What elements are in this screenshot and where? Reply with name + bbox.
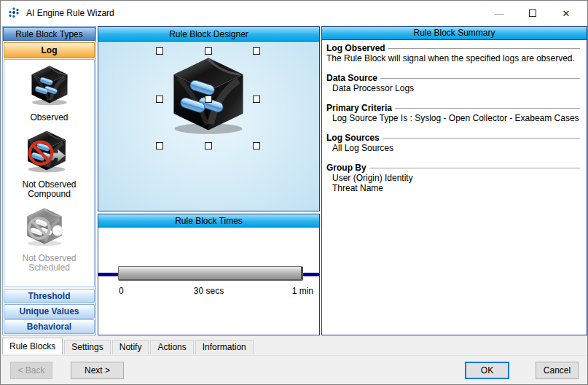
summary-section-primary-criteria: Primary Criteria Log Source Type Is : Sy…	[326, 103, 581, 123]
list-item-not-observed-compound[interactable]: Not Observed Compound	[22, 128, 76, 199]
summary-section-log-observed: Log Observed The Rule Block will signal …	[326, 43, 581, 63]
section-title: Log Observed	[326, 43, 385, 53]
selection-handle-center[interactable]	[205, 96, 212, 103]
cancel-button[interactable]: Cancel	[536, 362, 579, 379]
section-text: User (Origin) Identity	[326, 174, 581, 183]
tab-settings[interactable]: Settings	[64, 340, 110, 354]
section-text: All Log Sources	[326, 144, 581, 153]
section-text: The Rule Block will signal when the spec…	[326, 54, 581, 63]
maximize-icon	[529, 9, 536, 17]
designer-cube-graphic[interactable]	[163, 53, 254, 136]
rule-block-times-area: 0 30 secs 1 min	[98, 228, 320, 335]
section-rule-line	[395, 108, 580, 109]
title-bar: AI Engine Rule Wizard — ✕	[1, 1, 587, 26]
section-text: Data Processor Logs	[326, 84, 581, 93]
section-rule-line	[369, 168, 580, 168]
selection-handle-n[interactable]	[205, 47, 212, 55]
next-button[interactable]: Next >	[71, 362, 124, 379]
section-text: Log Source Type Is : Syslog - Open Colle…	[326, 114, 581, 123]
maximize-button[interactable]	[516, 1, 549, 26]
rule-block-times-header: Rule Block Times	[98, 214, 320, 228]
selection-handle-s[interactable]	[205, 142, 212, 149]
list-item-not-observed-scheduled[interactable]: Not Observed Scheduled	[22, 206, 76, 273]
section-title: Log Sources	[326, 133, 380, 143]
designer-canvas[interactable]	[98, 42, 320, 211]
selection-handle-e[interactable]	[253, 96, 260, 103]
tab-rule-blocks[interactable]: Rule Blocks	[2, 338, 63, 354]
summary-body: Log Observed The Rule Block will signal …	[322, 40, 587, 335]
tick-label-1min: 1 min	[292, 286, 313, 296]
observed-label: Observed	[26, 113, 73, 122]
minimize-button[interactable]: —	[482, 1, 516, 26]
section-title: Group By	[326, 163, 366, 173]
ai-engine-rule-wizard-window: AI Engine Rule Wizard — ✕ Rule Block Typ…	[0, 0, 588, 385]
app-logo-icon	[7, 6, 22, 20]
tab-actions[interactable]: Actions	[150, 340, 193, 354]
rule-block-summary-panel: Rule Block Summary Log Observed The Rule…	[321, 26, 587, 335]
observed-cube-icon	[26, 63, 73, 106]
back-button[interactable]: < Back	[10, 362, 52, 379]
type-unique-values-button[interactable]: Unique Values	[4, 304, 95, 319]
not-observed-scheduled-cube-icon	[22, 206, 67, 247]
list-item-observed[interactable]: Observed	[26, 63, 73, 122]
time-slider-bar[interactable]	[118, 266, 303, 281]
rule-block-types-panel: Rule Block Types Log Observed Not Observ…	[2, 26, 96, 335]
section-title: Primary Criteria	[326, 103, 392, 113]
section-rule-line	[388, 48, 580, 49]
ok-button[interactable]: OK	[465, 362, 509, 379]
selection-handle-w[interactable]	[156, 96, 163, 103]
tab-notify[interactable]: Notify	[112, 340, 149, 354]
summary-section-group-by: Group By User (Origin) Identity Threat N…	[326, 163, 581, 193]
log-type-list: Observed Not Observed Compound Not Obser…	[4, 59, 95, 287]
not-observed-compound-label: Not Observed Compound	[22, 180, 76, 199]
rule-block-designer-panel: Rule Block Designer Rule Block Times 0 3…	[98, 26, 320, 335]
window-title: AI Engine Rule Wizard	[26, 8, 114, 18]
type-behavioral-button[interactable]: Behavioral	[4, 319, 95, 334]
rule-block-designer-header: Rule Block Designer	[98, 26, 320, 42]
tick-label-0: 0	[119, 286, 124, 296]
type-log-button[interactable]: Log	[4, 42, 95, 58]
summary-section-data-source: Data Source Data Processor Logs	[326, 73, 581, 93]
section-title: Data Source	[326, 73, 377, 83]
rule-block-types-header: Rule Block Types	[3, 27, 95, 41]
tab-information[interactable]: Information	[195, 340, 254, 354]
summary-section-log-sources: Log Sources All Log Sources	[326, 133, 581, 153]
not-observed-scheduled-label: Not Observed Scheduled	[22, 254, 76, 273]
selection-handle-sw[interactable]	[156, 142, 163, 149]
footer-bar: < Back Next > OK Cancel	[1, 355, 587, 384]
not-observed-compound-cube-icon	[22, 128, 71, 174]
selection-handle-se[interactable]	[253, 142, 260, 149]
type-threshold-button[interactable]: Threshold	[4, 289, 95, 303]
close-button[interactable]: ✕	[549, 1, 583, 26]
rule-block-summary-header: Rule Block Summary	[322, 27, 587, 40]
section-rule-line	[380, 78, 580, 79]
tick-label-30secs: 30 secs	[194, 286, 224, 296]
section-rule-line	[383, 138, 580, 139]
section-text: Threat Name	[326, 184, 581, 193]
selection-handle-ne[interactable]	[253, 47, 260, 55]
selection-handle-nw[interactable]	[156, 47, 163, 55]
tab-strip: Rule Blocks Settings Notify Actions Info…	[2, 338, 255, 354]
